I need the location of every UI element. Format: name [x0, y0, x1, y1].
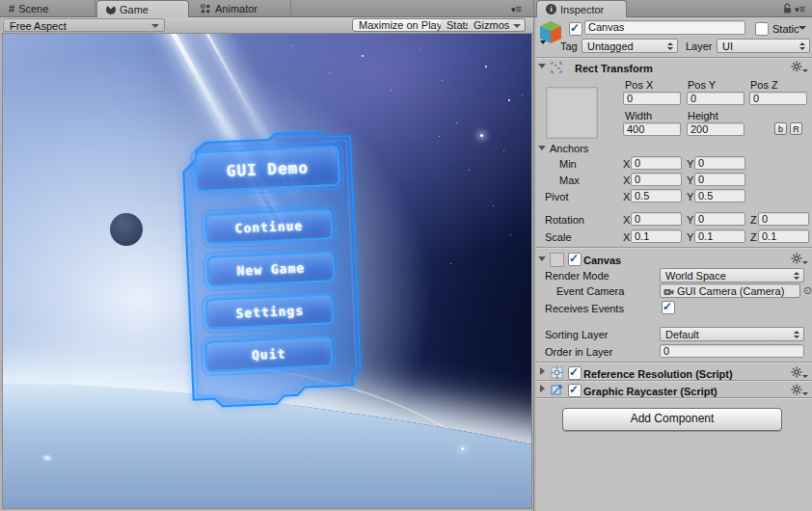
anchor-max-y-field[interactable]: 0	[694, 173, 745, 186]
blueprint-mode-button[interactable]: b	[774, 122, 787, 135]
graphic-raycaster-checkbox[interactable]	[568, 384, 582, 397]
reference-resolution-foldout[interactable]	[540, 367, 545, 375]
layer-dropdown[interactable]: UI	[717, 39, 810, 53]
active-checkbox[interactable]	[569, 22, 582, 36]
settings-button[interactable]: Settings	[205, 293, 334, 330]
y-axis-label: Y	[687, 190, 693, 203]
static-checkbox[interactable]	[755, 22, 769, 36]
lock-icon[interactable]	[783, 3, 792, 14]
tab-inspector[interactable]: i Inspector	[536, 0, 627, 17]
tag-dropdown[interactable]: Untagged	[582, 39, 678, 53]
render-mode-value: World Space	[665, 270, 726, 282]
anchor-max-x-field[interactable]: 0	[631, 173, 682, 186]
star	[485, 66, 487, 67]
canvas-enabled-checkbox[interactable]	[568, 253, 582, 266]
receives-events-checkbox[interactable]	[662, 301, 675, 314]
continue-button[interactable]: Continue	[204, 208, 333, 245]
rect-transform-foldout[interactable]	[538, 64, 546, 68]
event-camera-value: GUI Camera (Camera)	[677, 285, 784, 297]
rotation-z-field[interactable]: 0	[758, 212, 809, 226]
reference-resolution-checkbox[interactable]	[568, 366, 582, 380]
rect-transform-icon	[549, 60, 564, 75]
updown-arrows-icon	[798, 42, 806, 50]
tab-scene-label: Scene	[18, 3, 48, 14]
anchors-label: Anchors	[550, 142, 588, 155]
tab-scene[interactable]: # Scene	[0, 0, 95, 17]
animator-nodes-icon	[200, 3, 211, 14]
tab-inspector-label: Inspector	[560, 4, 604, 15]
inspector-panel: Canvas Static Tag Untagged Layer UI Rect…	[536, 17, 812, 511]
static-dropdown-icon[interactable]	[798, 26, 806, 30]
name-field[interactable]: Canvas	[584, 20, 745, 35]
pos-x-field[interactable]: 0	[623, 92, 681, 105]
rotation-y-field[interactable]: 0	[694, 212, 745, 226]
gear-icon[interactable]	[791, 253, 808, 264]
star	[510, 234, 511, 235]
reference-resolution-icon	[550, 365, 564, 380]
game-view-icon	[106, 5, 116, 14]
order-in-layer-field[interactable]: 0	[660, 344, 804, 358]
anchors-foldout[interactable]	[538, 146, 546, 150]
event-camera-object-field[interactable]: GUI Camera (Camera)	[660, 283, 800, 298]
scale-x-field[interactable]: 0.1	[631, 229, 682, 243]
star	[391, 90, 392, 91]
maximize-on-play-button[interactable]: Maximize on Play	[352, 18, 448, 32]
star	[362, 55, 364, 57]
graphic-raycaster-title: Graphic Raycaster (Script)	[583, 385, 717, 398]
aspect-ratio-value: Free Aspect	[10, 20, 67, 32]
anchor-min-y-field[interactable]: 0	[694, 156, 745, 170]
width-field[interactable]: 400	[623, 122, 681, 136]
star	[522, 94, 523, 95]
rotation-x-field[interactable]: 0	[631, 212, 682, 226]
tag-value: Untagged	[587, 40, 634, 52]
quit-button[interactable]: Quit	[204, 336, 333, 372]
star	[503, 150, 504, 151]
star	[420, 49, 420, 50]
game-viewport[interactable]: GUI Demo Continue New Game Settings Quit	[3, 34, 531, 508]
pos-y-label: Pos Y	[688, 78, 716, 92]
scale-label: Scale	[545, 230, 572, 244]
new-game-button[interactable]: New Game	[206, 251, 335, 287]
anchor-preview-box[interactable]	[546, 87, 598, 139]
graphic-raycaster-icon	[550, 383, 564, 397]
height-field[interactable]: 200	[687, 122, 744, 136]
raw-edit-mode-button[interactable]: R	[790, 122, 802, 135]
canvas-foldout[interactable]	[538, 256, 546, 261]
reference-resolution-title: Reference Resolution (Script)	[583, 367, 733, 381]
gear-icon[interactable]	[791, 384, 808, 395]
scale-z-field[interactable]: 0.1	[758, 229, 809, 243]
sorting-layer-dropdown[interactable]: Default	[660, 327, 804, 341]
pos-y-field[interactable]: 0	[687, 92, 744, 105]
anchor-min-x-field[interactable]: 0	[631, 156, 682, 170]
aspect-ratio-dropdown[interactable]: Free Aspect	[3, 18, 165, 32]
scene-grid-icon: #	[9, 3, 14, 14]
gear-icon[interactable]	[791, 61, 808, 72]
receives-events-label: Receives Events	[545, 302, 624, 315]
width-label: Width	[625, 109, 652, 122]
pos-z-field[interactable]: 0	[749, 92, 807, 105]
gear-icon[interactable]	[791, 366, 808, 378]
pos-x-label: Pos X	[625, 78, 653, 92]
game-toolbar: Free Aspect Maximize on Play Stats Gizmo…	[2, 17, 533, 34]
scale-y-field[interactable]: 0.1	[694, 229, 745, 243]
pivot-x-field[interactable]: 0.5	[631, 189, 682, 202]
z-axis-label: Z	[750, 230, 757, 244]
pivot-y-field[interactable]: 0.5	[694, 189, 745, 202]
object-picker-icon[interactable]: ⊙	[803, 284, 812, 296]
render-mode-label: Render Mode	[545, 269, 609, 282]
render-mode-dropdown[interactable]: World Space	[660, 268, 804, 282]
add-component-button[interactable]: Add Component	[562, 408, 782, 431]
separator	[536, 247, 812, 248]
chevron-down-icon	[513, 24, 521, 28]
game-panel-menu-icon[interactable]: ▾≡	[511, 3, 522, 14]
separator	[536, 397, 812, 398]
pane-divider[interactable]	[533, 0, 534, 511]
updown-arrows-icon	[793, 331, 800, 338]
gizmos-button[interactable]: Gizmos	[468, 18, 526, 32]
tab-game[interactable]: Game	[96, 0, 189, 17]
updown-arrows-icon	[666, 42, 674, 50]
tab-animator[interactable]: Animator	[191, 0, 291, 17]
graphic-raycaster-foldout[interactable]	[540, 385, 545, 392]
inspector-panel-menu-icon[interactable]: ▾≡	[795, 3, 805, 14]
star	[461, 447, 464, 450]
